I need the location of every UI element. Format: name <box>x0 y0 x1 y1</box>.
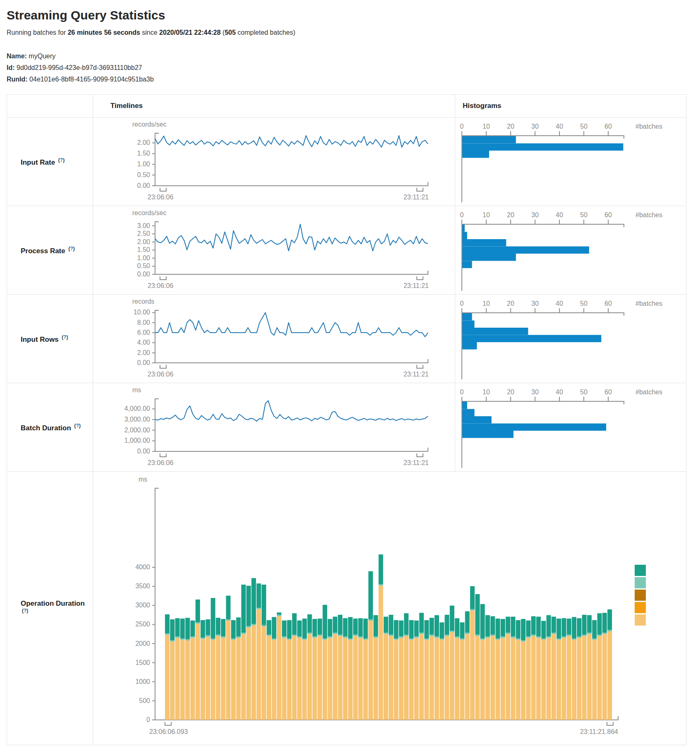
svg-text:records/sec: records/sec <box>132 121 167 128</box>
svg-text:6.00: 6.00 <box>137 329 150 336</box>
svg-text:10: 10 <box>483 123 490 130</box>
row-operation-duration: Operation Duration (?) ms400035003000250… <box>7 472 686 745</box>
help-icon[interactable]: (?) <box>68 246 74 252</box>
legend-swatch-0[interactable] <box>635 565 646 576</box>
svg-text:2.00: 2.00 <box>137 139 150 146</box>
svg-text:500: 500 <box>139 697 150 704</box>
svg-text:30: 30 <box>531 123 539 130</box>
svg-text:0.00: 0.00 <box>137 359 150 366</box>
svg-text:3000: 3000 <box>135 602 150 609</box>
help-icon[interactable]: (?) <box>22 608 28 614</box>
statistics-table: Timelines Histograms Input Rate (?) reco… <box>7 94 686 745</box>
svg-text:23:06:06: 23:06:06 <box>148 282 173 289</box>
blank-header-cell <box>7 95 93 118</box>
input-rows-label-cell: Input Rows (?) <box>7 295 93 383</box>
since-text: since <box>140 29 159 36</box>
row-batch-duration: Batch Duration (?) ms4,000.003,000.002,0… <box>7 383 686 472</box>
running-summary: Running batches for 26 minutes 56 second… <box>7 29 693 36</box>
query-id-line: Id: 9d0dd219-995d-423e-b97d-36931110bb27 <box>7 63 693 73</box>
row-input-rate: Input Rate (?) records/sec2.001.501.000.… <box>7 118 686 206</box>
svg-text:ms: ms <box>132 386 141 393</box>
input-rows-histogram-cell: 0102030405060#batches <box>455 295 686 383</box>
process-rate-histogram-chart: 0102030405060#batches <box>455 206 686 294</box>
name-value: myQuery <box>29 53 55 60</box>
svg-text:10: 10 <box>483 300 490 307</box>
row-label-operation-duration: Operation Duration <box>21 600 85 607</box>
batch-duration-histogram-cell: 0102030405060#batches <box>455 383 686 472</box>
streaming-query-statistics-page: Streaming Query Statistics Running batch… <box>0 0 700 748</box>
svg-text:23:11:21: 23:11:21 <box>404 459 429 466</box>
svg-text:10: 10 <box>483 211 490 218</box>
svg-text:23:11:21: 23:11:21 <box>404 194 429 201</box>
svg-text:2,000.00: 2,000.00 <box>124 427 150 434</box>
svg-text:4000: 4000 <box>135 564 150 571</box>
svg-text:50: 50 <box>580 123 588 130</box>
svg-text:1.50: 1.50 <box>137 247 150 254</box>
svg-text:1.00: 1.00 <box>137 254 150 261</box>
input-rate-histogram-cell: 0102030405060#batches <box>455 118 686 206</box>
help-icon[interactable]: (?) <box>74 423 81 429</box>
svg-text:0: 0 <box>460 211 464 218</box>
svg-text:60: 60 <box>604 300 612 307</box>
svg-text:50: 50 <box>580 211 588 218</box>
input-rate-histogram-chart: 0102030405060#batches <box>455 118 686 206</box>
svg-text:40: 40 <box>556 123 563 130</box>
svg-text:#batches: #batches <box>635 123 662 130</box>
input-rows-timeline-chart: records10.008.006.004.002.000.0023:06:06… <box>93 295 455 383</box>
svg-text:60: 60 <box>604 388 612 396</box>
svg-text:23:11:21: 23:11:21 <box>404 282 429 289</box>
legend-swatch-2[interactable] <box>635 590 646 601</box>
svg-text:2.00: 2.00 <box>137 238 150 245</box>
help-icon[interactable]: (?) <box>62 334 68 340</box>
svg-text:40: 40 <box>556 211 563 218</box>
legend-swatch-4[interactable] <box>635 614 646 626</box>
svg-text:1.50: 1.50 <box>137 150 150 157</box>
svg-text:2.00: 2.00 <box>137 349 150 356</box>
svg-text:20: 20 <box>507 300 514 307</box>
svg-text:40: 40 <box>556 388 563 396</box>
legend-swatch-1[interactable] <box>635 577 646 588</box>
runid-value: 04e101e6-8bf8-4165-9099-9104c951ba3b <box>29 76 154 83</box>
svg-text:records: records <box>132 298 154 305</box>
batch-duration-timeline-cell: ms4,000.003,000.002,000.001,000.000.0023… <box>93 383 455 472</box>
svg-text:30: 30 <box>531 388 539 396</box>
input-rate-timeline-cell: records/sec2.001.501.000.500.0023:06:062… <box>93 118 455 206</box>
page-title: Streaming Query Statistics <box>7 8 693 22</box>
batch-duration-label-cell: Batch Duration (?) <box>7 383 93 472</box>
svg-text:3500: 3500 <box>135 583 150 590</box>
svg-text:#batches: #batches <box>635 388 662 396</box>
running-duration: 26 minutes 56 seconds <box>68 29 140 36</box>
svg-text:0.00: 0.00 <box>137 182 150 189</box>
input-rows-histogram-chart: 0102030405060#batches <box>455 295 686 383</box>
operation-duration-chart-cell: ms4000350030002500200015001000500023:06:… <box>93 472 686 745</box>
operation-duration-stacked-chart: ms4000350030002500200015001000500023:06:… <box>93 472 686 745</box>
svg-text:23:06:06: 23:06:06 <box>148 194 173 201</box>
svg-text:4,000.00: 4,000.00 <box>124 405 150 412</box>
row-label-input-rows: Input Rows <box>21 335 59 343</box>
row-label-batch-duration: Batch Duration <box>21 424 71 432</box>
svg-text:20: 20 <box>507 123 514 130</box>
svg-text:23:06:06.093: 23:06:06.093 <box>149 728 188 735</box>
svg-text:0: 0 <box>460 123 464 130</box>
query-runid-line: RunId: 04e101e6-8bf8-4165-9099-9104c951b… <box>7 74 693 85</box>
legend-swatch-3[interactable] <box>635 602 646 613</box>
row-label-input-rate: Input Rate <box>21 158 55 166</box>
completed-suffix: completed batches) <box>236 29 295 36</box>
input-rate-timeline-chart: records/sec2.001.501.000.500.0023:06:062… <box>93 118 455 206</box>
svg-text:23:11:21: 23:11:21 <box>404 371 429 378</box>
svg-text:23:06:06: 23:06:06 <box>148 371 173 378</box>
svg-text:3,000.00: 3,000.00 <box>124 416 150 423</box>
help-icon[interactable]: (?) <box>58 157 65 163</box>
timelines-column-header: Timelines <box>93 95 455 118</box>
svg-text:1,000.00: 1,000.00 <box>124 437 150 444</box>
svg-text:2000: 2000 <box>135 640 150 647</box>
svg-text:4.00: 4.00 <box>137 339 150 346</box>
svg-text:0.00: 0.00 <box>137 271 150 278</box>
query-metadata: Name: myQuery Id: 9d0dd219-995d-423e-b97… <box>7 51 693 84</box>
running-prefix: Running batches for <box>7 29 68 36</box>
completed-batches-count: 505 <box>225 29 236 36</box>
operation-duration-label-cell: Operation Duration (?) <box>7 472 93 745</box>
svg-text:20: 20 <box>507 388 514 396</box>
svg-text:20: 20 <box>507 211 514 218</box>
row-input-rows: Input Rows (?) records10.008.006.004.002… <box>7 295 686 383</box>
